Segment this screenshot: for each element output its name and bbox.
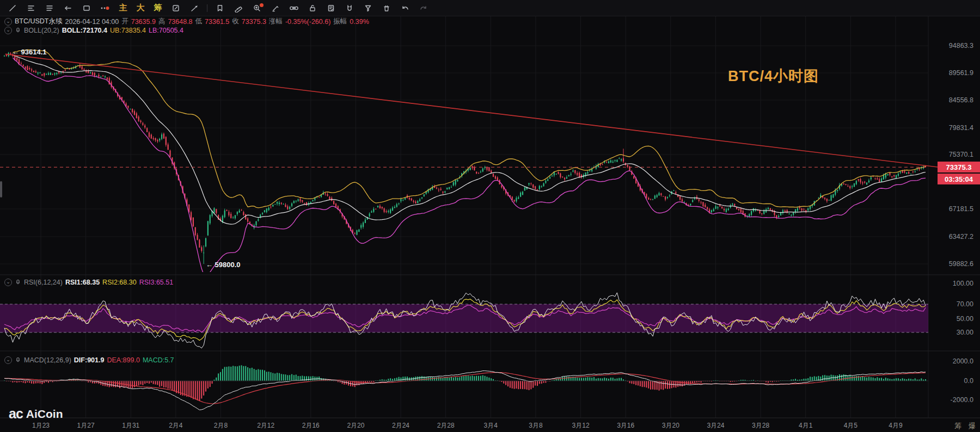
amplitude-label: 振幅 [333, 17, 347, 26]
change-label: 涨幅 [269, 17, 283, 26]
logo-mark: ac [9, 406, 23, 422]
toolbar-divider [207, 4, 207, 12]
alarm-bell-icon[interactable] [15, 356, 21, 364]
date-axis-label: 4月9 [878, 421, 913, 430]
undo-icon[interactable] [396, 1, 414, 15]
last-price-badge[interactable]: 73375.3 [938, 162, 980, 172]
rsi3-value: RSI3:65.51 [139, 279, 174, 286]
change-value: -0.35%(-260.6) [285, 18, 330, 26]
symbol-name[interactable]: BTC/USDT永续 [15, 17, 63, 26]
bar-datetime: 2026-04-12 04:00 [65, 18, 119, 26]
chips-button[interactable]: 筹 [149, 1, 167, 15]
trading-app-window: { "toolbar": { "icons": ["line-draw-icon… [0, 0, 980, 432]
chart-canvas[interactable] [0, 0, 980, 432]
date-axis-label: 3月4 [473, 421, 508, 430]
date-axis-label: 1月27 [69, 421, 103, 430]
price-axis-label: 84556.8 [949, 96, 973, 104]
trash-icon[interactable] [377, 1, 396, 15]
more-dots-icon[interactable] [96, 1, 114, 15]
redo-icon[interactable] [414, 1, 433, 15]
dea-value: DEA:899.0 [107, 356, 139, 364]
alarm-bell-icon[interactable] [15, 26, 21, 34]
countdown-badge: 03:35:04 [938, 174, 980, 184]
price-axis-label: 89561.9 [949, 69, 973, 77]
high-label: 高 [158, 17, 166, 26]
funnel-icon[interactable] [359, 1, 377, 15]
boll-lb-value: LB:70505.4 [149, 27, 183, 34]
chips-toggle[interactable]: 筹 [954, 421, 961, 431]
chevron-down-icon[interactable]: ⌄ [4, 279, 12, 286]
left-scrollbar[interactable] [0, 181, 2, 198]
date-axis-label: 1月31 [113, 421, 148, 430]
open-label: 开 [121, 17, 128, 26]
boll-name[interactable]: BOLL(20,2) [24, 27, 59, 34]
boll-ub-value: UB:73835.4 [110, 27, 146, 34]
list-alt-icon[interactable] [40, 1, 59, 15]
chevron-down-icon[interactable]: ⌄ [4, 18, 12, 26]
arrow-left-icon[interactable] [59, 1, 77, 15]
lock-open-icon[interactable] [303, 1, 322, 15]
macd-info-bar: ⌄ MACD(12,26,9) DIF:901.9 DEA:899.0 MACD… [4, 356, 174, 364]
close-value: 73375.3 [242, 18, 266, 26]
list-icon[interactable] [22, 1, 40, 15]
logo-word: AiCoin [26, 408, 63, 421]
date-axis-label: 2月24 [383, 421, 418, 430]
bookmark-icon[interactable] [211, 1, 229, 15]
low-value: 73361.5 [205, 18, 229, 26]
date-axis-label: 2月16 [293, 421, 328, 430]
doc-edit-icon[interactable] [322, 1, 340, 15]
rsi-info-bar: ⌄ RSI(6,12,24) RSI1:68.35 RSI2:68.30 RSI… [4, 278, 173, 286]
macd-axis-label: 0.0 [964, 377, 973, 385]
price-axis-label: 59882.6 [949, 260, 973, 268]
alert-dot [260, 3, 264, 7]
dif-value: DIF:901.9 [74, 356, 105, 364]
flag-line-icon[interactable] [185, 1, 204, 15]
boll-mid-value: BOLL:72170.4 [62, 27, 107, 34]
rsi2-value: RSI2:68.30 [102, 279, 137, 286]
boll-info-bar: ⌄ BOLL(20,2) BOLL:72170.4 UB:73835.4 LB:… [4, 26, 183, 34]
binoculars-icon[interactable] [285, 1, 303, 15]
rsi1-value: RSI1:68.35 [65, 279, 100, 286]
date-axis-label: 2月4 [158, 421, 193, 430]
macd-value: MACD:5.7 [143, 356, 174, 364]
macd-axis-label: 2000.0 [953, 357, 973, 365]
price-axis-label: 63427.2 [949, 233, 973, 240]
close-label: 收 [232, 17, 239, 26]
macd-name[interactable]: MACD(12,26,9) [24, 356, 71, 364]
date-axis-label: 2月20 [338, 421, 373, 430]
aicoin-logo: ac AiCoin [9, 406, 63, 422]
main-chart-button[interactable]: 主 [114, 1, 132, 15]
large-view-button[interactable]: 大 [132, 1, 149, 15]
line-draw-icon[interactable] [3, 1, 22, 15]
ruler-icon[interactable] [229, 1, 248, 15]
date-axis-label: 3月8 [518, 421, 553, 430]
date-axis-label: 3月16 [608, 421, 643, 430]
edit-box-icon[interactable] [167, 1, 185, 15]
zoom-alert-icon[interactable] [248, 1, 266, 15]
symbol-info-bar: ⌄ BTC/USDT永续 2026-04-12 04:00 开73635.9 高… [4, 17, 369, 26]
macd-axis-label: -2000.0 [951, 396, 973, 404]
rsi-axis-label: 70.00 [957, 300, 973, 308]
alarm-bell-icon[interactable] [15, 278, 21, 286]
rsi-axis-label: 100.00 [953, 280, 973, 287]
price-axis-label: 67181.5 [949, 205, 973, 213]
date-axis-label: 2月12 [248, 421, 283, 430]
date-axis-label: 4月5 [833, 421, 868, 430]
marker-pen-icon[interactable] [266, 1, 285, 15]
date-axis-label: 1月23 [23, 421, 58, 430]
rsi-name[interactable]: RSI(6,12,24) [24, 279, 63, 286]
liquidation-toggle[interactable]: 爆 [969, 421, 976, 431]
rsi-axis-label: 30.00 [957, 329, 973, 336]
date-axis-label: 2月8 [204, 421, 238, 430]
price-axis-label: 79831.4 [949, 124, 973, 132]
date-axis-label: 4月1 [788, 421, 823, 430]
rsi-axis-label: 50.00 [957, 315, 973, 323]
chevron-down-icon[interactable]: ⌄ [4, 356, 12, 364]
magnet-icon[interactable] [340, 1, 359, 15]
high-price-marker: ← 93614.1 [12, 48, 47, 56]
rectangle-icon[interactable] [77, 1, 96, 15]
chevron-down-icon[interactable]: ⌄ [4, 27, 12, 34]
date-axis-label: 3月20 [653, 421, 688, 430]
low-label: 低 [195, 17, 203, 26]
price-axis-label: 94863.3 [949, 42, 973, 50]
